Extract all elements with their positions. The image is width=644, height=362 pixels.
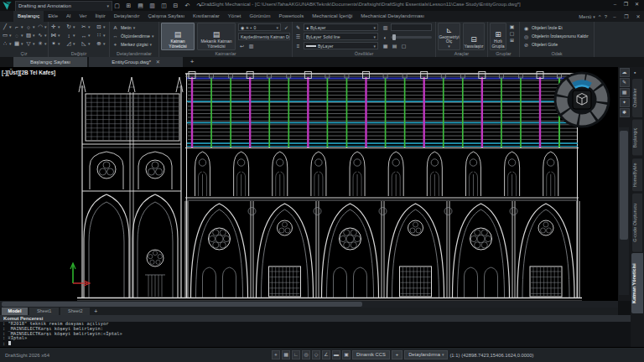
layer-check-icon[interactable]: ✓ — [283, 24, 290, 30]
ribbon-tab-powertools[interactable]: Powertools — [275, 11, 309, 22]
sheet-tab-sheet1[interactable]: Sheet1 — [29, 308, 59, 315]
dynamic-ccs-button[interactable]: Dinamik CCS — [352, 350, 390, 359]
new-sheet-icon[interactable]: ⊞ — [124, 1, 133, 10]
vertical-scrollbar-thumb[interactable] — [620, 131, 628, 240]
weld-tool[interactable]: ⊕▾ — [96, 39, 110, 48]
ribbon-menu-button[interactable]: Menü ▾ — [579, 14, 595, 19]
doc-tab-entitygroup[interactable]: EntityGroup.dwg* ✕ — [89, 57, 183, 67]
layer-state-dropdown[interactable]: Kaydedilmemiş Katman Durumu ▾ — [238, 33, 290, 40]
pencil-icon[interactable]: ✎ — [620, 78, 630, 87]
grid-view-icon[interactable]: ▦ — [620, 88, 630, 97]
selection-snap-toggle[interactable]: ⌖ — [272, 350, 280, 359]
palette-tab-layer-manager-active[interactable]: Katman Yöneticisi — [631, 253, 643, 313]
ortho-toggle[interactable]: ∟ — [292, 350, 300, 359]
palette-tab-homebyme[interactable]: HomeByMe — [632, 158, 642, 191]
spline-tool[interactable]: ∿▾ — [37, 31, 48, 39]
grid-toggle[interactable]: ▦ — [282, 350, 290, 359]
ribbon-tab-mechanical-i-çeriği[interactable]: Mechanical İçeriği — [308, 11, 356, 22]
cloud-icon[interactable]: ☁ — [620, 68, 630, 77]
text-button[interactable]: AMetin▾ — [112, 23, 157, 32]
palette-tab-g-code-oluşturucu[interactable]: G-code Oluşturucu — [632, 194, 642, 252]
rectangle-tool[interactable]: ▭▾ — [2, 31, 13, 39]
mirror-tool[interactable]: ⋈▾ — [50, 31, 65, 39]
sheet-tab-model[interactable]: Model — [2, 308, 28, 315]
ribbon-tab-ver[interactable]: Ver — [75, 11, 91, 22]
scale-tool[interactable]: ↕▾ — [65, 31, 80, 39]
command-window[interactable]: Komut Penceresi : "R2018" teknik resim d… — [0, 315, 631, 347]
horizontal-scrollbar-thumb[interactable] — [2, 302, 362, 307]
mesh-tool[interactable]: ▦▾ — [13, 39, 24, 48]
group-manager-icon[interactable]: ⊞ — [508, 37, 516, 43]
ribbon-tab-çalışma-sayfası[interactable]: Çalışma Sayfası — [143, 11, 189, 22]
doc-close-button[interactable]: ✕ — [634, 13, 642, 21]
undo-icon[interactable]: ↶ — [183, 1, 192, 10]
close-button[interactable]: ✕ — [631, 0, 642, 9]
ellipse-tool[interactable]: ◌▾ — [13, 31, 24, 39]
lineweight-toggle[interactable]: ▬ — [332, 350, 340, 359]
circle-tool[interactable]: ○▾ — [25, 23, 36, 31]
doc-tab-start-page[interactable]: Başlangıç Sayfası — [13, 57, 87, 67]
point-tool[interactable]: ∴▾ — [2, 39, 13, 48]
line-tool[interactable]: ╱▾ — [2, 23, 13, 31]
move-tool[interactable]: ✛▾ — [50, 23, 65, 31]
ribbon-tab-başlangıç[interactable]: Başlangıç — [13, 11, 44, 22]
close-tab-icon[interactable]: ✕ — [156, 59, 160, 65]
viewport-controls-label[interactable]: [-][Üst][2B Tel Kafes] — [2, 70, 55, 75]
ribbon-collapse-button[interactable]: ^ — [599, 14, 601, 19]
command-prompt[interactable]: : — [0, 341, 631, 347]
line-color-dropdown[interactable]: ● ByLayer ▾ — [304, 23, 378, 31]
horizontal-scrollbar[interactable] — [0, 301, 618, 308]
print-icon[interactable]: ⊟ — [171, 1, 180, 10]
layer-dropdown[interactable]: ◉ ☀ ▪ 0 ▾ — [238, 23, 281, 31]
settings-icon[interactable]: ✱ — [620, 108, 630, 117]
star-icon[interactable]: ✦ — [620, 98, 630, 107]
ribbon-tab-al[interactable]: Al — [62, 11, 75, 22]
layer-previous-icon[interactable]: ↩ — [238, 43, 246, 49]
centerline-button[interactable]: ⌖Merkez çizgisi▾ — [112, 40, 157, 49]
chamfer-tool[interactable]: ◺▾ — [80, 39, 95, 48]
doc-restore-button[interactable]: ❐ — [622, 13, 631, 21]
copy-properties-icon[interactable]: ▤ — [391, 43, 398, 49]
help-button[interactable]: ? — [605, 14, 607, 19]
entity-snap-toggle[interactable]: ◇ — [312, 350, 320, 359]
linestyle-dropdown[interactable]: ByLayer Solid line ▾ — [304, 33, 378, 40]
selection-field[interactable] — [391, 23, 432, 31]
ribbon-tab-görünüm[interactable]: Görünüm — [245, 11, 274, 22]
linestyle-icon[interactable]: ☰ — [294, 34, 302, 39]
doc-minimize-button[interactable]: – — [610, 13, 619, 21]
lineweight-icon[interactable]: ≡ — [294, 44, 302, 49]
minimize-button[interactable]: – — [610, 0, 621, 9]
pin-icon[interactable]: ▪ — [634, 70, 636, 75]
quick-group-button[interactable]: ⊞ Hızlı Grupla — [490, 23, 506, 50]
add-scale-button[interactable]: + — [392, 350, 402, 359]
vertical-scrollbar[interactable] — [619, 127, 629, 295]
trim-tool[interactable]: ✂▾ — [80, 23, 95, 31]
polygon-tool[interactable]: ▽▾ — [25, 39, 36, 48]
mech-layer-manager-button[interactable]: ▤ Mekanik Katman Yöneticisi — [197, 23, 236, 50]
ribbon-tab-kısıtlamalar[interactable]: Kısıtlamalar — [189, 11, 224, 22]
ribbon-tab-detaylandır[interactable]: Detaylandır — [110, 11, 144, 22]
polar-toggle[interactable]: ◎ — [302, 350, 310, 359]
lineweight-dropdown[interactable]: ByLayer ▾ — [304, 42, 378, 49]
layer-isolate-icon[interactable]: ▥ — [247, 43, 255, 49]
sheet-tab-sheet2[interactable]: Sheet2 — [60, 308, 90, 315]
save-icon[interactable]: ◫ — [159, 1, 169, 10]
arc-tool[interactable]: ◠▾ — [37, 23, 48, 31]
entity-track-toggle[interactable]: ∠ — [322, 350, 330, 359]
isolate-objects-button[interactable]: ◉Objeleri İzole Et — [522, 23, 593, 32]
hide-objects-button[interactable]: ⊘Objeleri Gizle — [522, 40, 593, 49]
measure-geometry-button[interactable]: ⊾ Geometriyi Ölç ▾ — [438, 23, 460, 50]
layer-manager-button[interactable]: ▤ Katman Yöneticisi — [161, 23, 195, 50]
drawing-viewport[interactable]: [-][Üst][2B Tel Kafes] — [0, 67, 618, 301]
unisolate-objects-button[interactable]: ◎Objelerin İzolasyonunu Kaldır — [522, 32, 593, 40]
flatten-button[interactable]: ⊟ Yassılaştır — [463, 23, 485, 50]
ribbon-tab-i-liştir[interactable]: İliştir — [91, 11, 109, 22]
palette-tab-başlangıç[interactable]: Başlangıç — [632, 120, 642, 156]
stretch-tool[interactable]: ↔▾ — [80, 31, 95, 39]
ribbon-tab-ekle[interactable]: Ekle — [44, 11, 62, 22]
restore-button[interactable]: ❐ — [621, 0, 631, 9]
transparency-slider[interactable] — [391, 36, 432, 39]
clear-properties-icon[interactable]: ▢ — [400, 43, 408, 49]
new-tab-button[interactable]: + — [188, 58, 196, 66]
hatch-tool[interactable]: ▨▾ — [25, 31, 36, 39]
